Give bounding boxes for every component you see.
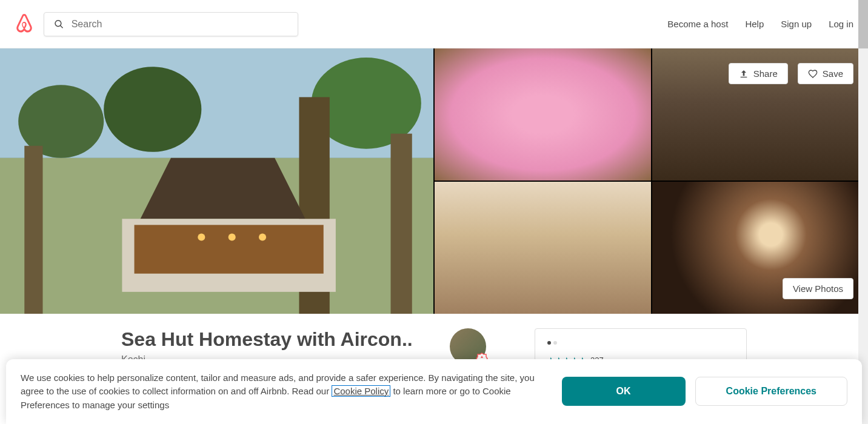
scrollbar-thumb[interactable]	[858, 0, 868, 48]
carousel-dots	[547, 341, 734, 345]
cookie-prefs-button[interactable]: Cookie Preferences	[695, 377, 847, 378]
listing-title: Sea Hut Homestay with Aircon..	[121, 328, 413, 351]
main-photo[interactable]	[0, 48, 433, 314]
share-icon	[739, 69, 749, 79]
header: Become a host Help Sign up Log in	[0, 0, 868, 48]
share-label: Share	[753, 68, 778, 79]
svg-point-12	[229, 233, 236, 240]
search-box[interactable]	[44, 12, 298, 36]
svg-point-11	[198, 233, 205, 240]
search-icon	[54, 19, 64, 30]
svg-point-3	[104, 67, 201, 152]
photo-thumb-1[interactable]	[435, 48, 651, 181]
view-photos-button[interactable]: View Photos	[783, 278, 853, 299]
heart-icon	[808, 69, 818, 79]
dot-2[interactable]	[553, 341, 557, 345]
cookie-ok-button[interactable]: OK	[562, 377, 686, 378]
share-button[interactable]: Share	[729, 63, 788, 84]
gallery-actions: Share Save	[729, 63, 853, 84]
dot-1[interactable]	[547, 341, 551, 345]
photo-thumb-3[interactable]	[435, 182, 651, 314]
save-button[interactable]: Save	[798, 63, 853, 84]
search-input[interactable]	[72, 19, 288, 30]
svg-rect-5	[24, 146, 42, 314]
scrollbar[interactable]	[858, 0, 868, 378]
svg-rect-7	[391, 134, 412, 314]
signup-link[interactable]: Sign up	[781, 19, 812, 29]
help-link[interactable]: Help	[745, 19, 764, 29]
photo-gallery: Share Save View Photos	[0, 48, 868, 314]
cookie-text: We use cookies to help personalize conte…	[21, 371, 547, 379]
login-link[interactable]: Log in	[829, 19, 853, 29]
nav-right: Become a host Help Sign up Log in	[667, 19, 853, 29]
svg-rect-10	[135, 225, 324, 273]
airbnb-logo[interactable]	[15, 13, 34, 36]
svg-point-13	[259, 233, 266, 240]
cookie-banner: We use cookies to help personalize conte…	[6, 359, 862, 379]
become-host-link[interactable]: Become a host	[667, 19, 728, 29]
cookie-buttons: OK Cookie Preferences	[562, 377, 847, 378]
save-label: Save	[823, 68, 843, 79]
